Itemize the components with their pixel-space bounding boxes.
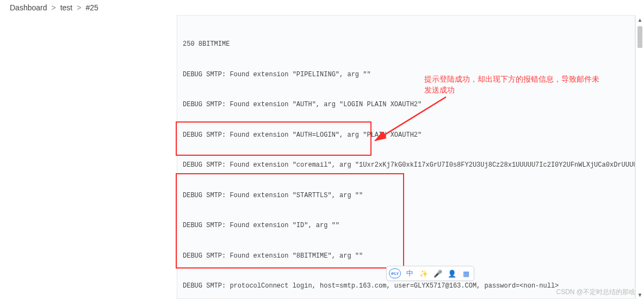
ifly-badge-icon[interactable]: iFLY <box>389 269 401 278</box>
grid-icon[interactable]: ▦ <box>461 268 472 279</box>
log-line: DEBUG SMTP: Found extension "AUTH=LOGIN"… <box>183 130 629 141</box>
log-line: DEBUG SMTP: Found extension "8BITMIME", … <box>183 251 629 261</box>
breadcrumb-item-dashboard[interactable]: Dashboard <box>10 3 47 12</box>
breadcrumb: Dashboard > test > #25 <box>0 0 644 15</box>
log-line: DEBUG SMTP: Found extension "coremail", … <box>183 160 629 170</box>
annotation-text: 提示登陆成功，却出现下方的报错信息，导致邮件未发送成功 <box>424 74 604 95</box>
log-line: DEBUG SMTP: Found extension "ID", arg "" <box>183 221 629 231</box>
sparkle-icon[interactable]: ✨ <box>418 268 429 279</box>
log-line: DEBUG SMTP: Found extension "AUTH", arg … <box>183 100 629 110</box>
scroll-up-icon[interactable]: ▲ <box>636 15 644 24</box>
scroll-thumb[interactable] <box>637 26 642 48</box>
main-content: 250 8BITMIME DEBUG SMTP: Found extension… <box>0 15 644 299</box>
cn-input-icon[interactable]: 中 <box>404 268 415 279</box>
console-log[interactable]: 250 8BITMIME DEBUG SMTP: Found extension… <box>177 15 635 299</box>
watermark-text: CSDN @不定时总结的那啥 <box>556 288 635 297</box>
chevron-right-icon: > <box>77 3 81 12</box>
log-line: DEBUG SMTP: Found extension "STARTTLS", … <box>183 191 629 201</box>
person-icon[interactable]: 👤 <box>447 268 457 279</box>
vertical-scrollbar[interactable]: ▲ ▼ <box>635 15 644 299</box>
chevron-right-icon: > <box>52 3 56 12</box>
breadcrumb-item-build[interactable]: #25 <box>85 3 98 12</box>
ime-toolbar[interactable]: iFLY 中 ✨ 🎤 👤 ▦ <box>386 266 474 281</box>
breadcrumb-item-test[interactable]: test <box>60 3 73 12</box>
mic-icon[interactable]: 🎤 <box>432 268 443 279</box>
scroll-down-icon[interactable]: ▼ <box>636 290 644 299</box>
log-line: 250 8BITMIME <box>183 39 629 50</box>
